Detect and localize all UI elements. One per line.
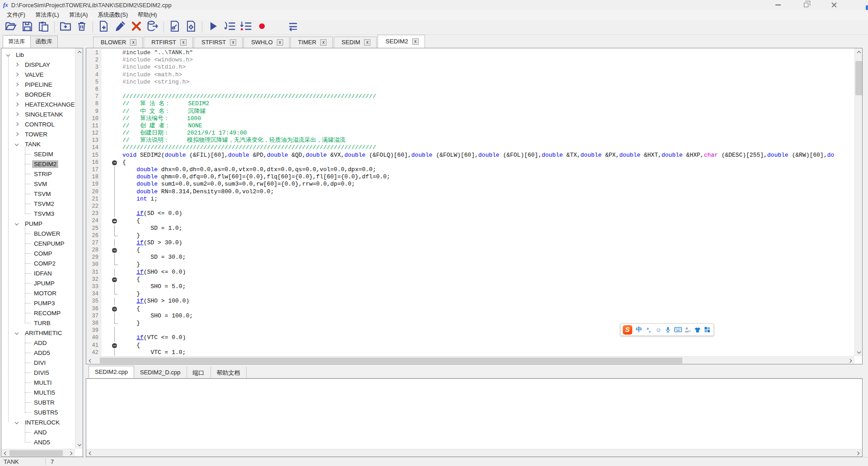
chevron-right-icon[interactable] — [15, 83, 19, 86]
editor-tab-sedim[interactable]: SEDIMx — [334, 37, 377, 48]
tree-item-singletank[interactable]: SINGLETANK — [1, 109, 75, 119]
code-line[interactable]: 22 — [86, 203, 854, 210]
tree-item-svm[interactable]: SVM — [1, 179, 75, 189]
code-line[interactable]: 10// 算法编号： 1000 — [86, 115, 854, 122]
fold-margin[interactable] — [102, 305, 120, 312]
output-horizontal-scrollbar[interactable] — [86, 449, 862, 457]
ime-virtual-keyboard-button[interactable] — [674, 325, 682, 334]
chevron-right-icon[interactable] — [15, 93, 19, 96]
fold-margin[interactable] — [102, 159, 120, 166]
chevron-right-icon[interactable] — [15, 103, 19, 106]
tree-hscroll-thumb[interactable] — [9, 450, 63, 456]
file-tools-button[interactable] — [167, 20, 183, 34]
scroll-right-icon[interactable] — [847, 357, 854, 364]
tree-item-multi[interactable]: MULTI — [1, 377, 75, 387]
close-icon[interactable]: x — [230, 39, 236, 46]
code-line[interactable]: 38 } — [86, 320, 854, 327]
record-button[interactable] — [254, 20, 270, 34]
sogou-logo[interactable]: S — [623, 325, 632, 335]
close-icon[interactable]: x — [412, 38, 419, 45]
code-line[interactable]: 31 if(SHO <= 0.0) — [86, 269, 854, 276]
code-line[interactable]: 42 VTC = 1.0; — [86, 349, 854, 356]
code-line[interactable]: 11// 创 建 者： NONE — [86, 122, 854, 130]
editor-tab-blower[interactable]: BLOWERx — [93, 37, 143, 48]
document-tab-SEDIM2.cpp[interactable]: SEDIM2.cpp — [89, 366, 134, 378]
code-line[interactable]: 16{ — [86, 159, 854, 166]
code-line[interactable]: 35 if(SHO > 100.0) — [86, 298, 854, 305]
code-line[interactable]: 40 if(VTC <= 0.0) — [86, 334, 854, 341]
chevron-down-icon[interactable] — [15, 420, 19, 424]
tree-item-tower[interactable]: TOWER — [1, 129, 75, 139]
chevron-down-icon[interactable] — [6, 53, 10, 56]
menu-file[interactable]: 文件(F) — [2, 10, 30, 20]
scroll-right-icon[interactable] — [67, 449, 75, 457]
remove-button[interactable] — [128, 20, 145, 34]
code-line[interactable]: 20 double RN=8.314,Density=800.0,vol2=0.… — [86, 188, 854, 196]
code-line[interactable]: 6 — [86, 86, 854, 93]
ime-skin-button[interactable] — [694, 325, 702, 334]
code-line[interactable]: 13// 算法说明： 模拟物理沉降罐，无汽液变化，轻质油为溢流采出，满罐溢流 — [86, 137, 854, 144]
close-icon[interactable]: x — [320, 39, 327, 46]
close-icon[interactable]: x — [180, 39, 187, 46]
close-icon[interactable]: x — [277, 39, 283, 46]
file-settings-button[interactable] — [183, 20, 199, 34]
tree-item-tsvm[interactable]: TSVM — [1, 189, 75, 199]
code-area[interactable]: 1#include "..\TANK.h"2#include <windows.… — [86, 49, 854, 356]
code-line[interactable]: 36 { — [86, 305, 854, 312]
chevron-down-icon[interactable] — [15, 331, 19, 335]
close-button[interactable] — [827, 0, 841, 9]
editor-tab-sedim2[interactable]: SEDIM2x — [378, 35, 425, 48]
fold-margin[interactable] — [102, 342, 120, 349]
code-line[interactable]: 28 { — [86, 247, 854, 254]
code-line[interactable]: 4#include <math.h> — [86, 71, 854, 79]
tree-item-arithmetic[interactable]: ARITHMETIC — [1, 328, 75, 338]
code-line[interactable]: 15void SEDIM2(double (&FIL)[60],double &… — [86, 152, 854, 159]
editor-tab-stfirst[interactable]: STFIRSTx — [194, 37, 243, 48]
tree-item-border[interactable]: BORDER — [1, 89, 75, 99]
code-line[interactable]: 18 double qhm=0.0,dfq=0.0,flw[60]={0.0},… — [86, 173, 854, 181]
chevron-down-icon[interactable] — [15, 222, 19, 225]
tree-item-control[interactable]: CONTROL — [1, 119, 75, 129]
scroll-down-icon[interactable] — [855, 349, 863, 356]
code-line[interactable]: 41 { — [86, 342, 854, 349]
code-line[interactable]: 29 SD = 30.0; — [86, 254, 854, 261]
minimize-button[interactable] — [771, 0, 785, 9]
tree-item-lib[interactable]: Lib — [1, 50, 75, 60]
tree-item-and5[interactable]: AND5 — [1, 437, 75, 447]
scroll-up-icon[interactable] — [855, 48, 863, 56]
document-tab-端口[interactable]: 端口 — [187, 367, 211, 378]
tree-item-pump[interactable]: PUMP — [1, 219, 75, 228]
code-line[interactable]: 24 { — [86, 217, 854, 224]
chevron-right-icon[interactable] — [15, 132, 19, 136]
tree-item-tank[interactable]: TANK — [1, 139, 75, 149]
menu-help[interactable]: 帮助(H) — [133, 10, 162, 20]
close-icon[interactable]: x — [130, 39, 136, 46]
code-line[interactable]: 33 SHO = 5.0; — [86, 283, 854, 290]
code-line[interactable]: 2#include <windows.h> — [86, 56, 854, 64]
ime-login-account-button[interactable] — [684, 325, 692, 334]
menu-algorithm[interactable]: 算法(A) — [64, 10, 93, 20]
code-line[interactable]: 21 int i; — [86, 196, 854, 203]
tree-item-interlock[interactable]: INTERLOCK — [1, 417, 75, 427]
tree-item-display[interactable]: DISPLAY — [1, 60, 75, 70]
chevron-down-icon[interactable] — [15, 142, 19, 146]
open-file-button[interactable] — [3, 20, 19, 34]
code-line[interactable]: 7///////////////////////////////////////… — [86, 93, 854, 100]
code-line[interactable]: 25 SD = 1.0; — [86, 225, 854, 232]
tree-item-pump3[interactable]: PUMP3 — [1, 298, 75, 308]
tree-item-recomp[interactable]: RECOMP — [1, 308, 75, 318]
tree-item-add[interactable]: ADD — [1, 338, 75, 348]
tree-item-strip[interactable]: STRIP — [1, 169, 75, 179]
save-button[interactable] — [19, 20, 35, 34]
editor-horizontal-scrollbar[interactable] — [86, 356, 854, 364]
code-line[interactable]: 32 { — [86, 276, 854, 283]
code-line[interactable]: 3#include <stdio.h> — [86, 64, 854, 71]
code-line[interactable]: 17 double dhx=0.0,dh=0.0,as=0.0,vtx=0.0,… — [86, 166, 854, 173]
close-icon[interactable]: x — [364, 39, 370, 46]
delete-button[interactable] — [74, 20, 90, 34]
code-line[interactable]: 34 } — [86, 290, 854, 298]
tree-item-subtr5[interactable]: SUBTR5 — [1, 407, 75, 417]
code-line[interactable]: 1#include "..\TANK.h" — [86, 49, 854, 56]
paste-button[interactable] — [35, 20, 51, 34]
editor-vscroll-thumb[interactable] — [855, 61, 862, 95]
